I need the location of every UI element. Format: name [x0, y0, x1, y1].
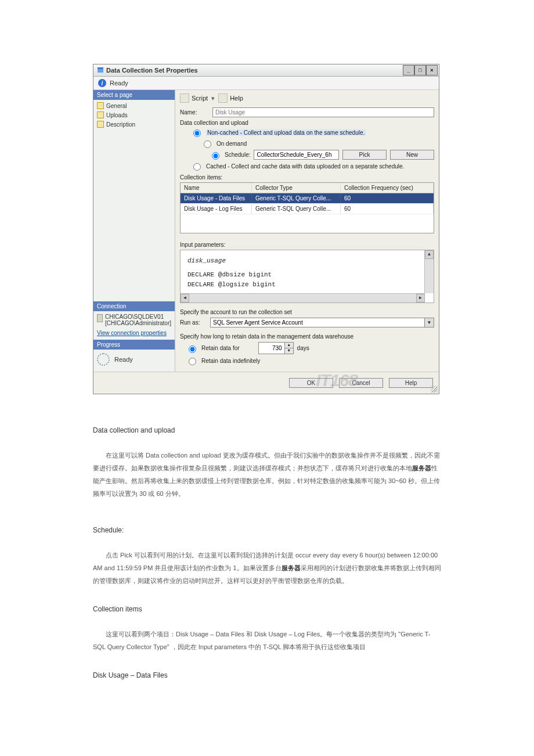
- cell-freq: 60: [341, 204, 434, 214]
- retain-days-input[interactable]: [259, 344, 284, 352]
- name-field[interactable]: [212, 107, 434, 117]
- cancel-button[interactable]: Cancel: [339, 378, 383, 388]
- radio-cached-label: Cached - Collect and cache data with dat…: [206, 163, 404, 170]
- days-unit: days: [297, 345, 309, 351]
- page-icon: [97, 102, 104, 109]
- cell-type: Generic T-SQL Query Colle...: [252, 204, 341, 214]
- script-button[interactable]: Script: [192, 95, 208, 102]
- pick-button[interactable]: Pick: [342, 150, 387, 160]
- window-buttons: _ □ ×: [403, 65, 438, 75]
- dropdown-icon[interactable]: ▾: [211, 95, 215, 102]
- nav-label: Uploads: [106, 112, 128, 118]
- page-icon: [97, 111, 104, 118]
- col-name: Name: [181, 183, 252, 193]
- scroll-left-icon[interactable]: ◀: [181, 294, 189, 303]
- radio-cached[interactable]: [193, 163, 201, 171]
- col-type: Collector Type: [252, 183, 341, 193]
- chevron-down-icon[interactable]: ▼: [424, 318, 434, 327]
- params-line: DECLARE @logsize bigint: [187, 280, 427, 290]
- help-icon: [218, 93, 228, 103]
- cell-type: Generic T-SQL Query Colle...: [252, 193, 341, 203]
- vertical-scrollbar[interactable]: ▲: [424, 250, 434, 293]
- retain-indef-label: Retain data indefinitely: [201, 358, 260, 364]
- spin-up-icon[interactable]: ▲: [284, 343, 293, 348]
- select-page-header: Select a page: [93, 90, 175, 100]
- scroll-right-icon[interactable]: ▶: [416, 294, 425, 303]
- input-params-label: Input parameters:: [180, 242, 434, 248]
- nav-description[interactable]: Description: [96, 120, 172, 129]
- app-icon: [97, 67, 104, 74]
- server-icon: [97, 314, 103, 322]
- nav-uploads[interactable]: Uploads: [96, 110, 172, 120]
- svg-rect-0: [98, 69, 103, 73]
- radio-schedule-label: Schedule:: [225, 152, 250, 158]
- paragraph: 在这里可以将 Data collection and upload 更改为缓存模…: [93, 449, 441, 500]
- radio-on-demand-label: On demand: [217, 141, 247, 147]
- nav-general[interactable]: General: [96, 101, 172, 110]
- radio-on-demand[interactable]: [204, 141, 211, 148]
- view-connection-link[interactable]: View connection properties: [97, 330, 167, 336]
- close-button[interactable]: ×: [426, 65, 438, 75]
- user-name: [CHICAGO\Administrator]: [105, 320, 171, 326]
- progress-spinner-icon: [97, 353, 110, 366]
- retain-for-label: Retain data for: [201, 345, 240, 351]
- params-line: disk_usage: [187, 256, 427, 267]
- account-label: Specify the account to run the collectio…: [180, 309, 434, 315]
- cell-freq: 60: [341, 193, 434, 203]
- input-params-box[interactable]: disk_usage DECLARE @dbsize bigint DECLAR…: [180, 250, 434, 303]
- collection-items-label: Collection items:: [180, 174, 434, 181]
- ready-text: Ready: [110, 80, 128, 87]
- footer-help-button[interactable]: Help: [389, 378, 433, 388]
- radio-non-cached-label: Non-cached - Collect and upload data on …: [206, 129, 366, 136]
- server-name: CHICAGO\SQLDEV01: [105, 314, 171, 320]
- schedule-field[interactable]: [254, 150, 339, 160]
- titlebar[interactable]: Data Collection Set Properties _ □ ×: [93, 64, 439, 77]
- col-freq: Collection Frequency (sec): [341, 183, 434, 193]
- svg-rect-1: [98, 67, 103, 69]
- dialog-footer: IT168 OK Cancel Help: [93, 372, 439, 394]
- heading-collection-items: Collection items: [93, 602, 441, 616]
- script-icon: [180, 93, 189, 103]
- connection-header: Connection: [93, 301, 175, 311]
- table-row[interactable]: Disk Usage - Log Files Generic T-SQL Que…: [181, 204, 434, 214]
- retain-label: Specify how long to retain data in the m…: [180, 333, 434, 340]
- dcu-label: Data collection and upload: [180, 120, 434, 126]
- radio-retain-for[interactable]: [189, 345, 196, 353]
- article-text: Data collection and upload 在这里可以将 Data c…: [93, 423, 441, 682]
- heading-dcu: Data collection and upload: [93, 423, 441, 437]
- ok-button[interactable]: OK: [289, 378, 333, 388]
- maximize-button[interactable]: □: [414, 65, 426, 75]
- script-help-toolbar: Script ▾ Help: [180, 93, 434, 103]
- page-icon: [97, 121, 104, 128]
- resize-grip-icon[interactable]: [431, 386, 438, 393]
- collection-items-grid[interactable]: Name Collector Type Collection Frequency…: [180, 182, 434, 233]
- paragraph: 这里可以看到两个项目：Disk Usage – Data Files 和 Dis…: [93, 628, 441, 653]
- retain-days-spinner[interactable]: ▲ ▼: [258, 342, 294, 354]
- name-label: Name:: [180, 109, 209, 116]
- main-panel: Script ▾ Help Name: Data collection and …: [175, 90, 439, 372]
- run-as-combo[interactable]: [210, 318, 434, 327]
- radio-non-cached[interactable]: [193, 129, 201, 137]
- paragraph: 点击 Pick 可以看到可用的计划。在这里可以看到我们选择的计划是 occur …: [93, 549, 441, 587]
- connection-info: CHICAGO\SQLDEV01 [CHICAGO\Administrator]…: [93, 311, 175, 340]
- spin-down-icon[interactable]: ▼: [284, 348, 293, 354]
- params-line: DECLARE @dbsize bigint: [187, 270, 427, 280]
- radio-schedule[interactable]: [212, 152, 219, 160]
- minimize-button[interactable]: _: [403, 65, 414, 75]
- heading-schedule: Schedule:: [93, 523, 441, 537]
- table-row[interactable]: Disk Usage - Data Files Generic T-SQL Qu…: [181, 193, 434, 204]
- cell-name: Disk Usage - Data Files: [181, 193, 252, 203]
- radio-retain-indef[interactable]: [189, 358, 196, 365]
- nav-label: General: [106, 103, 127, 109]
- window-title: Data Collection Set Properties: [106, 67, 198, 74]
- dialog-window: Data Collection Set Properties _ □ × i R…: [93, 64, 439, 394]
- progress-header: Progress: [93, 340, 175, 350]
- nav-label: Description: [106, 121, 135, 128]
- new-button[interactable]: New: [390, 150, 434, 160]
- horizontal-scrollbar[interactable]: ◀ ▶: [181, 293, 425, 303]
- run-as-label: Run as:: [180, 319, 207, 326]
- left-panel: Select a page General Uploads Descriptio…: [93, 90, 175, 372]
- help-button[interactable]: Help: [230, 95, 243, 102]
- grid-header: Name Collector Type Collection Frequency…: [181, 183, 434, 193]
- scroll-up-icon[interactable]: ▲: [425, 250, 434, 259]
